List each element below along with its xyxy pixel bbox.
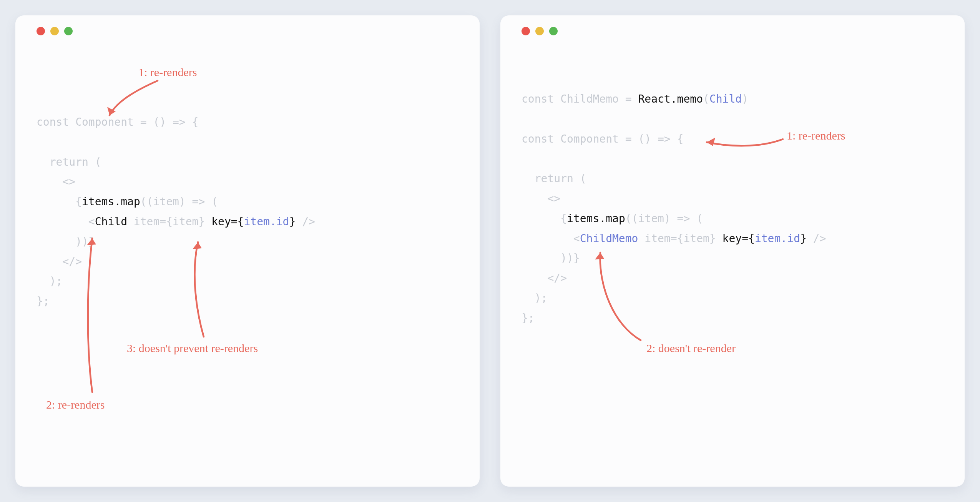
annotation-2: 2: re-renders [46,398,105,412]
annotation-3: 3: doesn't prevent re-renders [127,341,258,355]
annotation-r2: 2: doesn't re-render [646,341,736,355]
right-card: const ChildMemo = React.memo(Child) cons… [500,15,965,487]
zoom-dot-icon [64,27,73,35]
zoom-dot-icon [549,27,558,35]
left-code: const Component = () => { return ( <> {i… [37,112,458,311]
minimize-dot-icon [50,27,59,35]
right-code: const ChildMemo = React.memo(Child) cons… [522,89,943,328]
close-dot-icon [522,27,530,35]
left-card: const Component = () => { return ( <> {i… [15,15,480,487]
close-dot-icon [37,27,45,35]
traffic-lights [522,27,943,35]
traffic-lights [37,27,458,35]
minimize-dot-icon [535,27,544,35]
